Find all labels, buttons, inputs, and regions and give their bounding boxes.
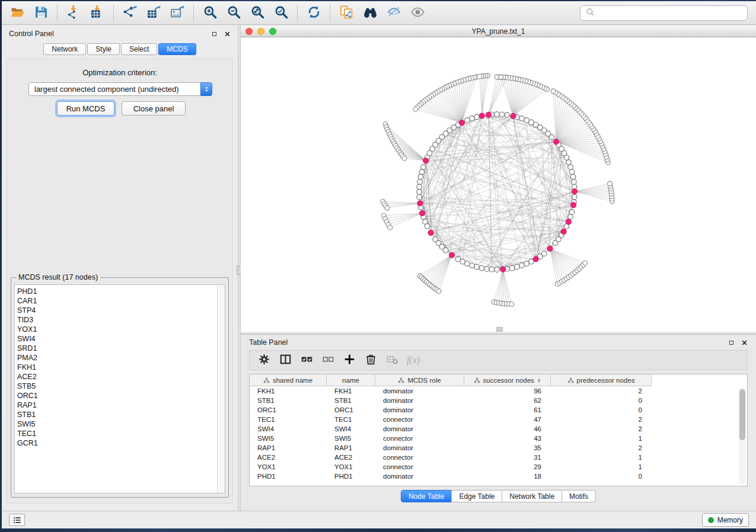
hide-eye-button[interactable] — [382, 3, 406, 23]
graph-node[interactable] — [551, 89, 556, 94]
tab-select[interactable]: Select — [121, 43, 157, 55]
export-table-button[interactable] — [142, 3, 165, 23]
column-header-name[interactable]: name — [327, 374, 375, 386]
graph-node[interactable] — [385, 206, 390, 210]
graph-node[interactable] — [495, 267, 500, 273]
graph-node[interactable] — [474, 114, 480, 120]
mcds-result-item[interactable]: ORC1 — [17, 391, 216, 400]
tab-network[interactable]: Network — [43, 43, 86, 55]
tab-node-table[interactable]: Node Table — [401, 490, 452, 502]
table-row[interactable]: SWI4SWI4dominator462 — [250, 424, 747, 434]
graph-hub-node[interactable] — [479, 113, 484, 118]
table-row[interactable]: ORC1ORC1dominator610 — [250, 405, 747, 415]
float-icon[interactable] — [728, 339, 735, 346]
tab-edge-table[interactable]: Edge Table — [451, 490, 502, 502]
graph-node[interactable] — [519, 263, 525, 268]
table-row[interactable]: RAP1RAP1dominator352 — [250, 443, 747, 453]
graph-node[interactable] — [465, 118, 470, 123]
refresh-button[interactable] — [302, 3, 326, 23]
fx-button[interactable]: f(x) — [404, 352, 422, 368]
graph-node[interactable] — [570, 174, 576, 180]
network-canvas[interactable] — [241, 37, 756, 332]
graph-node[interactable] — [418, 174, 423, 180]
graph-node[interactable] — [479, 265, 484, 271]
mcds-result-item[interactable]: PMA2 — [17, 353, 216, 363]
graph-node[interactable] — [499, 75, 503, 79]
close-icon[interactable] — [741, 339, 748, 346]
table-row[interactable]: FKH1FKH1dominator962 — [250, 386, 747, 396]
zoom-selected-button[interactable] — [269, 3, 293, 23]
column-header-successor-nodes[interactable]: successor nodes∨ — [464, 374, 551, 386]
graph-node[interactable] — [413, 107, 418, 111]
gear-button[interactable] — [255, 352, 273, 368]
mcds-result-item[interactable]: GCR1 — [17, 438, 216, 448]
optimization-select[interactable]: largest connected component (undirected) — [28, 82, 212, 96]
graph-node[interactable] — [495, 112, 500, 117]
float-icon[interactable] — [211, 31, 218, 37]
memory-button[interactable]: Memory — [702, 513, 749, 527]
graph-hub-node[interactable] — [553, 139, 559, 145]
mcds-result-item[interactable]: STB1 — [17, 410, 216, 419]
mcds-result-item[interactable]: FKH1 — [17, 363, 216, 372]
network-graph[interactable] — [241, 37, 756, 332]
graph-node[interactable] — [524, 118, 529, 123]
mcds-scrollbar[interactable] — [217, 285, 225, 493]
export-network-button[interactable] — [118, 3, 142, 23]
graph-node[interactable] — [388, 225, 393, 230]
open-file-button[interactable] — [5, 3, 29, 23]
graph-node[interactable] — [443, 248, 448, 253]
graph-hub-node[interactable] — [417, 200, 423, 206]
delete-row-button[interactable] — [362, 352, 379, 368]
graph-node[interactable] — [484, 267, 490, 272]
mcds-result-item[interactable]: STP4 — [17, 306, 216, 315]
graph-node[interactable] — [572, 194, 577, 200]
mcds-result-item[interactable]: STB5 — [17, 382, 216, 391]
graph-hub-node[interactable] — [486, 112, 491, 117]
graph-node[interactable] — [568, 165, 573, 170]
tab-style[interactable]: Style — [87, 43, 120, 55]
check-all-button[interactable] — [298, 352, 315, 368]
graph-hub-node[interactable] — [570, 202, 576, 207]
uncheck-all-button[interactable] — [319, 352, 337, 368]
graph-hub-node[interactable] — [419, 210, 425, 216]
run-mcds-button[interactable]: Run MCDS — [57, 101, 114, 116]
graph-node[interactable] — [419, 169, 425, 175]
mcds-result-item[interactable]: ACE2 — [17, 372, 216, 382]
graph-node[interactable] — [509, 302, 514, 306]
mcds-result-item[interactable]: TID3 — [17, 315, 216, 325]
graph-node[interactable] — [470, 116, 475, 121]
mcds-result-item[interactable]: SRD1 — [17, 344, 216, 353]
show-eye-button[interactable] — [406, 3, 429, 23]
graph-node[interactable] — [417, 184, 422, 190]
graph-node[interactable] — [402, 156, 407, 161]
tab-network-table[interactable]: Network Table — [502, 490, 562, 502]
export-image-button[interactable] — [165, 3, 189, 23]
table-row[interactable]: STB1STB1dominator620 — [250, 396, 747, 405]
graph-node[interactable] — [569, 210, 575, 215]
zoom-out-button[interactable] — [222, 3, 245, 23]
graph-node[interactable] — [509, 265, 515, 271]
mcds-result-item[interactable]: YOX1 — [17, 325, 216, 334]
graph-hub-node[interactable] — [572, 188, 577, 194]
table-scrollbar[interactable] — [739, 387, 746, 484]
close-panel-button[interactable]: Close panel — [122, 101, 186, 116]
panel-toggle-button[interactable] — [9, 514, 25, 526]
graph-node[interactable] — [505, 113, 510, 118]
graph-node[interactable] — [470, 263, 475, 268]
graph-hub-node[interactable] — [423, 158, 428, 163]
graph-node[interactable] — [417, 194, 422, 200]
graph-node[interactable] — [499, 112, 505, 117]
close-icon[interactable] — [224, 31, 231, 37]
mcds-result-item[interactable]: PHD1 — [17, 287, 216, 296]
table-row[interactable]: YOX1YOX1connector291 — [250, 462, 747, 472]
graph-node[interactable] — [583, 261, 588, 265]
graph-hub-node[interactable] — [428, 230, 433, 235]
graph-node[interactable] — [572, 180, 577, 185]
network-titlebar[interactable]: YPA_prune.txt_1 — [241, 26, 756, 37]
graph-hub-node[interactable] — [449, 252, 454, 258]
search-input[interactable] — [596, 8, 743, 18]
graph-node[interactable] — [417, 180, 423, 185]
mcds-result-list[interactable]: PHD1CAR1STP4TID3YOX1SWI4SRD1PMA2FKH1ACE2… — [14, 284, 225, 493]
scrollbar-thumb[interactable] — [739, 389, 745, 440]
zoom-fit-button[interactable] — [245, 3, 269, 23]
